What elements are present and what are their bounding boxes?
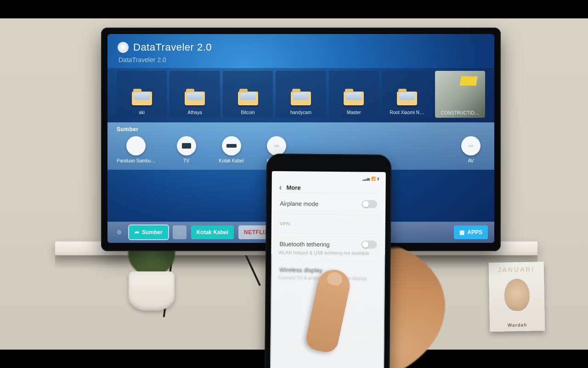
source-icon: ➦ <box>135 229 139 236</box>
phone-title-row[interactable]: ‹ More <box>279 183 378 193</box>
chip-label: APPS <box>467 229 482 236</box>
tile-label: Root Xiaomi N… <box>390 110 424 115</box>
back-icon[interactable]: ‹ <box>279 183 282 192</box>
folder-icon <box>397 92 417 105</box>
tv-header-subtitle: DataTraveler 2.0 <box>107 55 494 68</box>
search-icon: ⌕ <box>178 229 181 236</box>
phone-page-title: More <box>286 184 300 191</box>
folder-tile[interactable]: handycam <box>276 71 326 118</box>
sumber-chip-selected[interactable]: ➦ Sumber <box>129 225 168 239</box>
magazine-month: JANUARI <box>492 265 540 274</box>
toggle-switch[interactable] <box>362 200 377 208</box>
folder-tile[interactable]: Root Xiaomi N… <box>382 71 432 118</box>
source-item-cable-box[interactable]: Kotak Kabel <box>217 136 246 163</box>
tile-label: handycam <box>290 110 311 115</box>
setting-label: Bluetooth tethering <box>279 241 329 248</box>
tv-header-title: DataTraveler 2.0 <box>133 41 212 53</box>
video-tile[interactable]: CONSTRUCTIO… <box>435 71 485 118</box>
settings-button[interactable]: ⚙ <box>114 225 124 239</box>
sources-title: Sumber <box>117 126 485 132</box>
source-item-tv[interactable]: TV <box>172 136 201 163</box>
tile-label: Bitcoin <box>241 110 255 115</box>
tile-label: CONSTRUCTIO… <box>435 110 485 115</box>
setting-label: Airplane mode <box>280 200 318 207</box>
source-label: Panduan Sambu… <box>117 158 156 163</box>
folder-icon <box>344 92 364 105</box>
chip-label: Sumber <box>142 229 163 236</box>
circle-icon <box>126 136 146 155</box>
search-button[interactable]: ⌕ <box>173 225 187 239</box>
setting-airplane-mode[interactable]: Airplane mode <box>279 192 378 215</box>
source-label: Kotak Kabel <box>219 158 244 163</box>
plant-pot <box>129 262 175 313</box>
folder-icon <box>132 92 152 105</box>
tile-label: Athaya <box>188 110 202 115</box>
folder-icon <box>238 92 258 105</box>
ellipsis-icon: ⋯ <box>267 136 286 155</box>
section-label: VPN <box>280 221 290 226</box>
magazine: JANUARI Wardah <box>489 262 545 332</box>
phone-status-bar: ▂▃▅ 📶 ▮ <box>279 176 379 181</box>
source-item-av[interactable]: ⋯ AV <box>457 136 485 163</box>
folder-icon <box>185 92 205 105</box>
chip-label: Kotak Kabel <box>197 229 228 236</box>
room-photo: JANUARI Wardah DataTraveler 2.0 DataTrav… <box>0 18 588 350</box>
magazine-brand: Wardah <box>490 322 545 328</box>
tv-icon <box>177 136 196 155</box>
toggle-switch[interactable] <box>361 241 377 249</box>
usb-drive-icon <box>118 42 129 53</box>
folder-tile[interactable]: Bitcoin <box>223 71 273 118</box>
apps-icon: ▦ <box>459 229 464 236</box>
folder-tile[interactable]: Master <box>329 71 379 118</box>
chip-label: NETFLIX <box>244 229 269 236</box>
cable-box-icon <box>222 136 241 155</box>
folder-tile[interactable]: aki <box>117 71 167 118</box>
tile-label: aki <box>139 110 145 115</box>
folder-tile[interactable]: Athaya <box>170 71 220 118</box>
ellipsis-icon: ⋯ <box>461 136 481 155</box>
tile-label: Master <box>347 110 361 115</box>
gear-icon: ⚙ <box>117 229 122 236</box>
file-tiles-row: aki Athaya Bitcoin handycam Master <box>107 68 494 122</box>
source-item-guide[interactable]: Panduan Sambu… <box>117 136 156 163</box>
kotak-kabel-chip[interactable]: Kotak Kabel <box>191 225 234 239</box>
source-label: TV <box>183 158 189 163</box>
folder-icon <box>291 92 311 105</box>
apps-chip[interactable]: ▦ APPS <box>454 225 488 239</box>
tv-header: DataTraveler 2.0 <box>107 34 494 55</box>
section-vpn: VPN <box>279 214 378 234</box>
source-label: AV <box>468 158 474 163</box>
